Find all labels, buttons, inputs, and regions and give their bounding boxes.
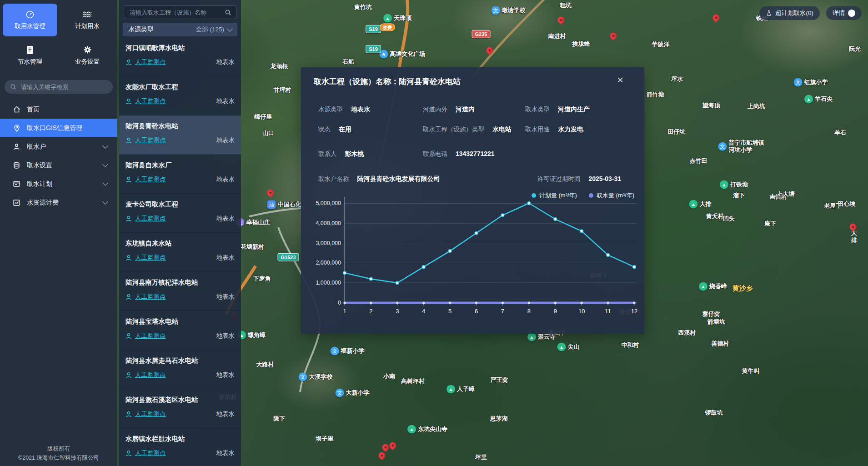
station-row-1[interactable]: 友能水厂取水工程人工监测点地表水 — [119, 76, 241, 115]
map-label[interactable]: ▲烧香嶂 — [699, 282, 727, 291]
road-badge[interactable]: 收费 — [380, 24, 395, 31]
map-label[interactable]: 羊石 — [834, 129, 846, 136]
map-label[interactable]: 嶂仔里 — [255, 113, 272, 120]
sidebar-item-3[interactable]: 取水设置 — [0, 156, 117, 175]
map-label[interactable]: 山口 — [262, 130, 274, 137]
map-pin-icon[interactable] — [556, 15, 566, 25]
sidebar-item-0[interactable]: 首页 — [0, 100, 117, 119]
map-label[interactable]: 文大溪学校 — [299, 373, 333, 381]
close-icon[interactable]: × — [617, 75, 623, 85]
sidebar-search[interactable] — [5, 80, 113, 94]
station-row-9[interactable]: 陆河县激石溪老区水电站人工监测点地表水 — [119, 389, 241, 428]
monitor-type-link[interactable]: 人工监测点 — [135, 58, 166, 66]
map-label[interactable]: 油中国石化 — [267, 200, 301, 209]
map-label[interactable]: ▲大排 — [689, 200, 712, 209]
monitor-type-link[interactable]: 人工监测点 — [135, 332, 166, 340]
map-label[interactable]: ▲东坑尖山寺 — [407, 425, 447, 434]
sidebar-item-2[interactable]: 取水户 — [0, 137, 117, 156]
map-label[interactable]: 阮光 — [849, 45, 861, 53]
monitor-type-link[interactable]: 人工监测点 — [135, 97, 166, 105]
road-badge[interactable]: G1523 — [277, 253, 299, 261]
map-label[interactable]: 挨垅蜂 — [572, 40, 590, 48]
map-label[interactable]: 黄沙乡 — [733, 284, 753, 293]
map-label[interactable]: ▲打铁塘 — [720, 180, 748, 189]
map-label[interactable]: 粗坑 — [560, 2, 572, 9]
app-tile-0[interactable]: 取用水管理 — [3, 4, 57, 36]
over-plan-button[interactable]: 超计划取水(0) — [759, 6, 820, 20]
station-row-0[interactable]: 河口镇唱歌潭水电站人工监测点地表水 — [119, 37, 241, 76]
map-pin-icon[interactable] — [711, 13, 721, 22]
map-label[interactable]: 赤竹田 — [690, 157, 707, 165]
map-label[interactable]: ▲螺角嶂 — [237, 331, 266, 340]
map-label[interactable]: 陇下 — [273, 415, 285, 422]
map-pin-icon[interactable] — [485, 45, 494, 55]
map-label[interactable]: ★高塘文化广场 — [380, 50, 426, 59]
map-label[interactable]: 黄夭村 — [706, 213, 724, 220]
station-row-10[interactable]: 水唇镇水栏肚水电站人工监测点地表水 — [119, 428, 241, 466]
station-row-8[interactable]: 陆河县水唇走马石水电站人工监测点地表水 — [119, 350, 241, 389]
map-label[interactable]: 下罗角 — [253, 275, 271, 282]
map-label[interactable]: 溜下 — [733, 192, 745, 199]
search-icon[interactable] — [225, 9, 231, 16]
sidebar-item-5[interactable]: 水资源计费 — [0, 193, 117, 212]
map-label[interactable]: 甘坪村 — [274, 86, 291, 94]
monitor-type-link[interactable]: 人工监测点 — [135, 136, 166, 145]
map-label[interactable]: 锣鼓坑 — [705, 409, 723, 416]
map-label[interactable]: 龙颈根 — [271, 63, 288, 70]
station-row-6[interactable]: 陆河县南万镇杞洋水电站人工监测点地表水 — [119, 272, 241, 311]
map-label[interactable]: 庵下 — [764, 220, 776, 227]
map-label[interactable]: 田仔坑 — [668, 128, 686, 135]
monitor-type-link[interactable]: 人工监测点 — [135, 175, 166, 184]
map-label[interactable]: ▲聚云寺 — [527, 333, 556, 341]
station-search[interactable] — [124, 5, 236, 19]
map-pin-icon[interactable] — [608, 31, 618, 40]
sidebar-item-4[interactable]: 取水计划 — [0, 175, 117, 193]
app-tile-1[interactable]: 计划用水 — [60, 4, 115, 36]
station-row-2[interactable]: 陆河县青砼水电站人工监测点地表水 — [119, 115, 241, 155]
map-label[interactable]: 石船 — [342, 58, 354, 65]
monitor-type-link[interactable]: 人工监测点 — [135, 254, 166, 262]
monitor-type-link[interactable]: 人工监测点 — [135, 449, 166, 457]
map-label[interactable]: 寨仔窝 — [702, 311, 720, 318]
road-badge[interactable]: S19 — [366, 45, 381, 53]
sidebar-search-input[interactable] — [20, 83, 107, 91]
map-label[interactable]: 上大塘 — [777, 190, 795, 198]
map-label[interactable]: ▲人子嶂 — [447, 385, 475, 394]
map-label[interactable]: 文墩塘学校 — [492, 6, 526, 15]
map-label[interactable]: 坝子里 — [316, 435, 334, 442]
map-label[interactable]: 花塘新村 — [241, 243, 264, 251]
station-row-7[interactable]: 陆河县宝塔水电站人工监测点地表水 — [119, 311, 241, 350]
map-label[interactable]: 箭塘坑 — [707, 318, 725, 326]
map-label[interactable]: 大路村 — [256, 361, 274, 368]
map-label[interactable]: 南进村 — [548, 33, 566, 40]
road-badge[interactable]: G235 — [472, 30, 491, 38]
map-label[interactable]: 文红旗小学 — [794, 78, 828, 87]
map-label[interactable]: 黄牛叫 — [742, 367, 760, 375]
map-label[interactable]: 芋陂洋 — [652, 41, 670, 48]
map-label[interactable]: 凹头 — [723, 215, 735, 222]
map-label[interactable]: 箭竹塘 — [647, 91, 664, 98]
road-badge[interactable]: S19 — [366, 25, 381, 33]
app-tile-2[interactable]: 节水管理 — [3, 39, 57, 72]
monitor-type-link[interactable]: 人工监测点 — [135, 215, 166, 223]
station-row-5[interactable]: 东坑镇自来水站人工监测点地表水 — [119, 233, 241, 272]
detail-toggle[interactable]: 详情 — [826, 6, 862, 20]
app-tile-3[interactable]: 业务设置 — [60, 39, 115, 72]
station-row-4[interactable]: 麦卡公司取水工程人工监测点地表水 — [119, 194, 241, 233]
map-label[interactable]: 文普宁市船埔镇 河坑小学 — [718, 139, 764, 154]
map-pin-icon[interactable] — [266, 188, 275, 197]
map-label[interactable]: ▲天珠顶 — [383, 14, 411, 23]
monitor-type-link[interactable]: 人工监测点 — [135, 371, 166, 379]
map-label[interactable]: 严王窝 — [491, 376, 508, 384]
station-row-3[interactable]: 陆河县自来水厂人工监测点地表水 — [119, 155, 241, 194]
monitor-type-link[interactable]: 人工监测点 — [135, 410, 166, 418]
map-label[interactable]: ▲尖山 — [557, 343, 580, 351]
map-label[interactable]: 坪里 — [475, 454, 487, 461]
filter-dropdown[interactable]: 全部 (125) — [196, 25, 232, 34]
map-label[interactable]: 望海顶 — [702, 102, 720, 109]
map-label[interactable]: 文大新小学 — [336, 389, 370, 397]
map-label[interactable]: 思茅湖 — [490, 415, 508, 422]
map-label[interactable]: 高树坪村 — [401, 378, 425, 385]
sidebar-item-1[interactable]: 取水口GIS信息管理 — [0, 119, 117, 137]
map-pin-icon[interactable] — [381, 442, 390, 452]
